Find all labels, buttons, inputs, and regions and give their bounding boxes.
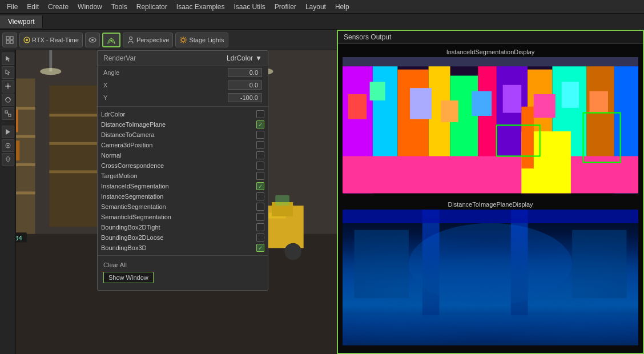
y-label: Y bbox=[103, 94, 107, 101]
rendervar-item-checkbox-1[interactable] bbox=[256, 120, 264, 128]
list-item: InstanceSegmentation bbox=[98, 191, 268, 202]
svg-rect-24 bbox=[5, 111, 7, 113]
sensors-content: InstanceIdSegmentationDisplay bbox=[338, 44, 643, 353]
lt-cursor-btn[interactable] bbox=[2, 66, 14, 79]
viewport-content: 3 04 RenderVar LdrColor ▼ bbox=[0, 50, 337, 354]
rendervar-item-label-0: LdrColor bbox=[101, 111, 254, 118]
rendervar-item-label-12: BoundingBox2DLoose bbox=[101, 234, 254, 241]
dist-title: DistanceToImagePlaneDisplay bbox=[343, 201, 638, 208]
lt-pin-btn[interactable] bbox=[2, 153, 14, 166]
dist-image bbox=[343, 210, 638, 346]
svg-rect-43 bbox=[49, 142, 99, 145]
tab-viewport[interactable]: Viewport bbox=[0, 15, 43, 28]
svg-rect-42 bbox=[49, 114, 99, 116]
menu-replicator[interactable]: Replicator bbox=[132, 2, 172, 12]
svg-rect-86 bbox=[472, 91, 492, 116]
rendervar-item-label-8: InstanceSegmentation bbox=[101, 193, 254, 200]
menu-create[interactable]: Create bbox=[43, 2, 73, 12]
camera-person-btn[interactable]: Perspective bbox=[123, 33, 173, 47]
rendervar-dropdown-arrow[interactable]: ▼ bbox=[255, 54, 262, 62]
list-item: InstanceIdSegmentation bbox=[98, 181, 268, 191]
svg-rect-84 bbox=[410, 88, 432, 119]
instance-seg-image bbox=[343, 57, 638, 194]
menu-edit[interactable]: Edit bbox=[22, 2, 43, 12]
dist-display: DistanceToImagePlaneDisplay bbox=[343, 201, 638, 349]
svg-rect-51 bbox=[275, 195, 289, 206]
svg-rect-0 bbox=[6, 37, 9, 39]
dist-overlay bbox=[343, 210, 638, 346]
svg-rect-82 bbox=[348, 94, 367, 119]
svg-rect-3 bbox=[10, 41, 13, 43]
menu-isaac-examples[interactable]: Isaac Examples bbox=[172, 2, 230, 12]
menu-help[interactable]: Help bbox=[331, 2, 354, 12]
rendervar-item-checkbox-9[interactable] bbox=[256, 203, 264, 211]
rendervar-item-checkbox-8[interactable] bbox=[256, 192, 264, 200]
rendervar-item-label-4: Normal bbox=[101, 152, 254, 159]
rendervar-item-checkbox-5[interactable] bbox=[256, 162, 264, 170]
svg-point-29 bbox=[7, 145, 9, 147]
svg-rect-81 bbox=[343, 57, 638, 66]
rendervar-item-checkbox-4[interactable] bbox=[256, 151, 264, 159]
rendervar-item-checkbox-2[interactable] bbox=[256, 131, 264, 139]
rendervar-value: LdrColor bbox=[227, 54, 253, 62]
lt-select-btn[interactable] bbox=[2, 53, 14, 65]
list-item: LdrColor bbox=[98, 109, 268, 119]
svg-marker-27 bbox=[6, 129, 10, 135]
svg-line-14 bbox=[181, 37, 182, 38]
y-row: Y -100.0 bbox=[98, 91, 268, 104]
stage-lights-btn[interactable]: Stage Lights bbox=[175, 33, 228, 47]
lt-rotate-btn[interactable] bbox=[2, 94, 14, 106]
rtx-label: RTX - Real-Time bbox=[32, 37, 79, 43]
signal-icon-btn[interactable] bbox=[102, 33, 120, 47]
instance-seg-display: InstanceIdSegmentationDisplay bbox=[343, 49, 638, 196]
menu-window[interactable]: Window bbox=[73, 2, 107, 12]
list-item: BoundingBox3D bbox=[98, 243, 268, 253]
viewport-toolbar: RTX - Real-Time bbox=[0, 30, 337, 50]
rendervar-item-checkbox-10[interactable] bbox=[256, 213, 264, 221]
svg-point-57 bbox=[40, 68, 61, 75]
rendervar-item-checkbox-11[interactable] bbox=[256, 223, 264, 231]
angle-value[interactable]: 0.0 bbox=[228, 68, 262, 77]
show-window-btn[interactable]: Show Window bbox=[103, 272, 154, 283]
menu-layout[interactable]: Layout bbox=[301, 2, 331, 12]
rendervar-item-checkbox-0[interactable] bbox=[256, 110, 264, 118]
svg-point-9 bbox=[182, 38, 185, 42]
angle-label: Angle bbox=[103, 69, 119, 76]
rendervar-item-checkbox-12[interactable] bbox=[256, 234, 264, 242]
list-item: BoundingBox2DLoose bbox=[98, 232, 268, 243]
svg-rect-25 bbox=[9, 114, 11, 116]
menu-file[interactable]: File bbox=[2, 2, 22, 12]
menu-tools[interactable]: Tools bbox=[107, 2, 132, 12]
clear-all-btn[interactable]: Clear All bbox=[103, 260, 262, 269]
svg-rect-88 bbox=[534, 94, 556, 118]
lt-snap-btn[interactable] bbox=[2, 139, 14, 152]
svg-line-17 bbox=[181, 42, 182, 43]
rtx-realtime-btn[interactable]: RTX - Real-Time bbox=[19, 33, 83, 47]
left-panel: RTX - Real-Time bbox=[0, 30, 337, 354]
instance-seg-title: InstanceIdSegmentationDisplay bbox=[343, 49, 638, 55]
lt-play-btn[interactable] bbox=[2, 126, 14, 138]
rendervar-item-checkbox-3[interactable] bbox=[256, 141, 264, 149]
menu-profiler[interactable]: Profiler bbox=[270, 2, 301, 12]
rendervar-list: LdrColorDistanceToImagePlaneDistanceToCa… bbox=[98, 109, 268, 253]
svg-point-7 bbox=[91, 39, 94, 41]
rendervar-item-checkbox-7[interactable] bbox=[256, 182, 264, 190]
lt-scale-btn[interactable] bbox=[2, 107, 14, 120]
svg-rect-89 bbox=[562, 82, 579, 108]
eye-icon-btn[interactable] bbox=[85, 33, 100, 47]
svg-rect-80 bbox=[521, 107, 534, 168]
svg-rect-1 bbox=[10, 37, 13, 39]
layout-icon-btn[interactable] bbox=[2, 33, 17, 47]
lt-move-btn[interactable] bbox=[2, 80, 14, 92]
svg-point-8 bbox=[129, 37, 132, 39]
list-item: Camera3dPosition bbox=[98, 140, 268, 150]
rendervar-item-checkbox-6[interactable] bbox=[256, 172, 264, 180]
rendervar-label: RenderVar bbox=[103, 54, 136, 62]
y-value[interactable]: -100.0 bbox=[228, 93, 262, 102]
svg-text:04: 04 bbox=[16, 235, 22, 242]
list-item: Normal bbox=[98, 150, 268, 160]
x-value[interactable]: 0.0 bbox=[228, 81, 262, 90]
rendervar-item-label-3: Camera3dPosition bbox=[101, 142, 254, 148]
menu-isaac-utils[interactable]: Isaac Utils bbox=[230, 2, 270, 12]
rendervar-item-checkbox-13[interactable] bbox=[256, 244, 264, 252]
